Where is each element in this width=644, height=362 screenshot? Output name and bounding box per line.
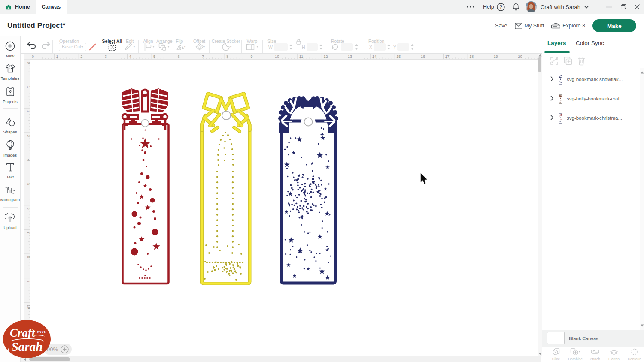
svg-text:7: 7 [202,54,204,59]
svg-text:3: 3 [27,135,30,137]
svg-text:2: 2 [27,110,30,112]
svg-text:16: 16 [421,54,425,59]
svg-text:?: ? [499,4,502,9]
svg-text:5: 5 [27,183,30,185]
svg-text:17: 17 [445,54,450,59]
svg-text:13: 13 [348,54,352,59]
svg-text:10: 10 [27,305,30,309]
svg-text:0: 0 [32,54,34,59]
svg-text:9: 9 [27,281,30,283]
svg-text:9: 9 [251,54,253,59]
svg-text:5: 5 [153,54,155,59]
svg-text:14: 14 [372,54,377,59]
svg-text:11: 11 [299,54,303,59]
svg-text:6: 6 [27,208,30,210]
svg-text:6: 6 [178,54,180,59]
svg-text:12: 12 [323,54,328,59]
svg-text:8: 8 [226,54,228,59]
svg-text:4: 4 [27,159,30,161]
svg-text:2: 2 [80,54,82,59]
svg-text:Craft: Craft [10,326,36,339]
svg-text:18: 18 [469,54,474,59]
svg-text:7: 7 [27,232,30,234]
svg-text:1: 1 [27,86,30,88]
svg-text:0: 0 [27,62,30,64]
svg-text:4: 4 [129,54,131,59]
svg-text:10: 10 [275,54,279,59]
svg-text:15: 15 [396,54,401,59]
svg-text:19: 19 [494,54,498,59]
svg-text:WITH: WITH [37,330,47,334]
svg-text:1: 1 [56,54,58,59]
svg-text:Sarah: Sarah [12,340,43,353]
svg-text:20: 20 [518,54,522,59]
svg-text:3: 3 [105,54,107,59]
svg-text:8: 8 [27,256,30,258]
